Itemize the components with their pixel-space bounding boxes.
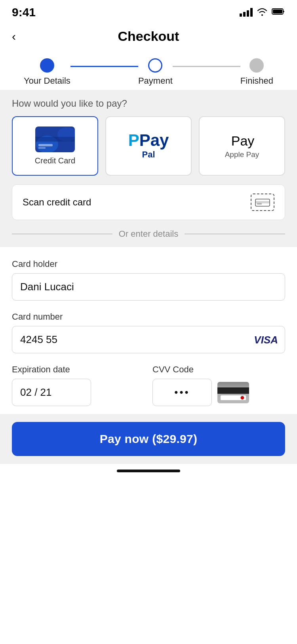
bottom-row: Expiration date CVV Code [12, 364, 285, 406]
step-connector-2 [173, 66, 240, 67]
status-time: 9:41 [12, 6, 36, 19]
card-holder-input[interactable] [12, 273, 285, 301]
header: ‹ Checkout [0, 22, 297, 50]
wifi-icon [257, 7, 268, 17]
payment-method-apple-pay[interactable]: Pay Apple Pay [199, 116, 285, 176]
step-payment: Payment [138, 58, 173, 86]
step-label-1: Your Details [24, 76, 70, 86]
apple-pay-logo: Pay Apple Pay [225, 133, 259, 159]
svg-rect-1 [273, 10, 282, 13]
svg-rect-7 [38, 147, 46, 149]
credit-card-label: Credit Card [35, 156, 75, 165]
card-number-group: Card number VISA [12, 312, 285, 353]
status-bar: 9:41 [0, 0, 297, 22]
back-button[interactable]: ‹ [12, 30, 16, 43]
step-your-details: Your Details [24, 58, 70, 86]
credit-card-illustration [35, 126, 75, 152]
expiration-label: Expiration date [12, 364, 145, 375]
scan-card-button[interactable]: Scan credit card [12, 184, 285, 220]
step-circle-2 [148, 58, 162, 73]
divider-line-left [12, 234, 112, 234]
card-holder-label: Card holder [12, 259, 285, 269]
step-label-2: Payment [138, 76, 173, 86]
or-divider: Or enter details [12, 220, 285, 239]
scan-card-label: Scan credit card [23, 197, 91, 208]
cvv-dot [240, 396, 244, 400]
divider-text: Or enter details [119, 229, 178, 239]
payment-method-credit-card[interactable]: Credit Card [12, 116, 98, 176]
expiration-input[interactable] [12, 379, 91, 406]
cvv-label: CVV Code [152, 364, 285, 375]
checkout-stepper: Your Details Payment Finished [0, 50, 297, 90]
footer-bar: Pay now ($29.97) [0, 414, 297, 464]
form-section: Card holder Card number VISA Expiration … [0, 247, 297, 414]
home-indicator [0, 464, 297, 476]
svg-rect-10 [257, 203, 262, 205]
cvv-row [152, 379, 285, 406]
cvv-stripe [217, 387, 249, 394]
payment-section: How would you like to pay? Credit Card P… [0, 90, 297, 247]
status-icons [240, 7, 285, 17]
paypal-logo: PPay Pal [128, 132, 169, 160]
card-number-input[interactable] [12, 326, 285, 353]
payment-methods: Credit Card PPay Pal Pay Apple Pay [12, 116, 285, 176]
divider-line-right [185, 234, 285, 234]
expiration-group: Expiration date [12, 364, 145, 406]
svg-rect-6 [38, 144, 53, 146]
card-number-input-wrapper: VISA [12, 326, 285, 353]
step-circle-1 [40, 58, 54, 73]
card-holder-group: Card holder [12, 259, 285, 301]
svg-rect-5 [35, 137, 75, 142]
apple-pay-sublabel: Apple Pay [225, 150, 259, 159]
step-connector-1 [70, 66, 138, 67]
battery-icon [272, 8, 285, 17]
card-number-label: Card number [12, 312, 285, 322]
cvv-group: CVV Code [152, 364, 285, 406]
page-title: Checkout [118, 29, 179, 44]
cvv-input[interactable] [152, 379, 212, 406]
cvv-sig [221, 395, 246, 400]
step-finished: Finished [240, 58, 273, 86]
step-label-3: Finished [240, 76, 273, 86]
payment-method-paypal[interactable]: PPay Pal [105, 116, 192, 176]
cvv-card-icon [217, 382, 249, 403]
step-circle-3 [249, 58, 264, 73]
visa-badge: VISA [254, 334, 278, 346]
pay-now-button[interactable]: Pay now ($29.97) [12, 422, 285, 456]
scan-card-icon [251, 194, 274, 211]
home-bar [117, 470, 180, 472]
signal-icon [240, 8, 253, 17]
payment-question: How would you like to pay? [12, 98, 285, 109]
